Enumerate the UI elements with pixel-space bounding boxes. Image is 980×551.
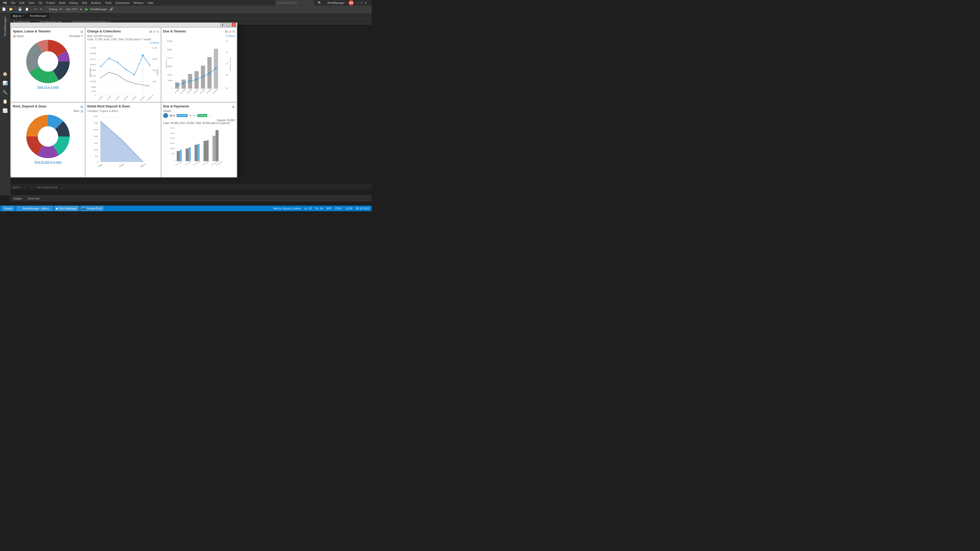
payments-chart-svg: 76,800 68,267 51,200 42,667 25,600 8,533… <box>163 125 235 166</box>
menu-extensions[interactable]: Extensions <box>114 0 131 6</box>
panel-rent-header: Rent, Deposit & Dues ⚙ <box>13 104 83 109</box>
charge-info-2: Cash: 77,000, Kind: 2,000, Total: 79,000… <box>87 38 159 41</box>
tab-app-cs[interactable]: App.cs ✕ <box>10 13 27 19</box>
search-input[interactable] <box>275 0 313 5</box>
svg-text:Collections: Collections <box>89 67 91 77</box>
due-close-icon[interactable]: ✕ <box>229 30 231 34</box>
taskbar-item-rent[interactable]: ▶ Rent Manager <box>55 206 79 211</box>
menu-window[interactable]: Window <box>131 0 145 6</box>
charge-close-icon[interactable]: ✕ <box>153 30 156 34</box>
spc-status: SPC <box>326 207 332 210</box>
svg-text:20,667: 20,667 <box>90 64 96 66</box>
maximize-button[interactable]: □ <box>360 1 363 5</box>
menu-file[interactable]: File <box>9 0 18 6</box>
rent-manager-label[interactable]: RentManager <box>3 14 8 38</box>
crlf-status[interactable]: CRLF <box>335 207 342 210</box>
tab-app-cs-close[interactable]: ✕ <box>22 14 24 17</box>
panel-payments-title: Due & Payments <box>163 104 189 108</box>
space-total-label[interactable]: Total 13 in 4 plots <box>37 86 59 89</box>
rent-total-label[interactable]: Total 94,500 in 4 plots <box>34 160 62 164</box>
panel-payments-controls: ⚙ <box>232 105 235 109</box>
detail-subtitle: 3 tenants, 3 space in Africa <box>87 110 159 113</box>
svg-text:Number of Tenants: Number of Tenants <box>230 58 231 71</box>
payments-settings-icon[interactable]: ⚙ <box>232 105 235 109</box>
close-button[interactable]: ✕ <box>364 1 368 5</box>
toolbar: 📄 📁 💾 📋 ↩ ↪ Debug Any CPU ▶ RentManager … <box>0 6 372 13</box>
dash-download-button[interactable]: ⬇ <box>220 23 225 27</box>
svg-rect-105 <box>204 141 207 161</box>
due-refresh-icon[interactable]: ↻ <box>232 30 235 33</box>
panel-payments-header: Due & Payments ⚙ <box>163 104 235 109</box>
menu-help[interactable]: Help <box>145 0 156 6</box>
svg-rect-102 <box>189 147 191 161</box>
panel-charge-controls: All ✕ ↻ <box>149 30 159 34</box>
save-button[interactable]: 💾 <box>17 6 23 12</box>
menu-analyze[interactable]: Analyze <box>89 0 103 6</box>
new-file-button[interactable]: 📄 <box>1 6 7 12</box>
zoom-level[interactable]: 110 % <box>12 186 20 189</box>
tenant-select-icon[interactable]: 👁 <box>193 114 196 117</box>
menu-debug[interactable]: Debug <box>67 0 80 6</box>
svg-text:02-2021: 02-2021 <box>193 88 199 94</box>
add-source-control[interactable]: Add to Source Control <box>273 207 301 210</box>
svg-text:24,111: 24,111 <box>90 58 96 60</box>
sidebar-icon-5[interactable]: 📈 <box>1 106 9 115</box>
svg-text:02-2021: 02-2021 <box>123 95 128 100</box>
svg-rect-107 <box>213 136 216 161</box>
dash-close-button[interactable]: ✕ <box>231 23 236 27</box>
svg-text:25,600: 25,600 <box>170 148 175 149</box>
menu-view[interactable]: View <box>26 0 37 6</box>
svg-text:21,100: 21,100 <box>152 47 158 49</box>
svg-text:76,800: 76,800 <box>170 127 175 129</box>
attach-button[interactable]: 🔗 <box>108 6 115 12</box>
undo-button[interactable]: ↩ <box>33 6 38 12</box>
header-right: 🔍 RentManager EH ─ □ ✕ <box>275 0 371 5</box>
menu-build[interactable]: Build <box>57 0 67 6</box>
svg-point-22 <box>134 75 135 76</box>
svg-text:0.9: 0.9 <box>226 74 228 76</box>
redo-button[interactable]: ↪ <box>39 6 43 12</box>
platform-dropdown[interactable]: Any CPU <box>64 6 83 12</box>
menu-git[interactable]: Git <box>37 0 44 6</box>
sidebar-icon-3[interactable]: 🔧 <box>1 88 9 97</box>
config-dropdown[interactable]: Debug <box>47 6 63 12</box>
tab-output[interactable]: Output <box>10 196 25 201</box>
toolbar-sep-1 <box>15 7 16 11</box>
sidebar-icon-4[interactable]: 📋 <box>1 97 9 106</box>
open-button[interactable]: 📁 <box>8 6 14 12</box>
charge-filter-badge: All <box>149 30 152 33</box>
panel-space-header: Space, Lease & Tenants ⚙ <box>13 29 83 34</box>
svg-text:04-2021: 04-2021 <box>206 88 212 94</box>
panel-rent-settings-icon[interactable]: ⚙ <box>80 105 83 109</box>
taskbar-item-screen[interactable]: 📷 ScreenToGif <box>81 206 104 211</box>
tenant-label: Tenant <box>163 110 235 113</box>
tenant-id-clear[interactable]: ✕ <box>189 114 192 118</box>
time-display: 12:59 <box>345 207 352 210</box>
save-all-button[interactable]: 📋 <box>24 6 30 12</box>
issues-chevron[interactable]: ⌄ <box>61 186 64 189</box>
dash-fullscreen-button[interactable]: ⛶ <box>226 23 231 27</box>
rent-legend-icon: 📊 <box>80 110 83 113</box>
menu-tools[interactable]: Tools <box>103 0 114 6</box>
menu-test[interactable]: Test <box>80 0 89 6</box>
panel-rent-controls: ⚙ <box>80 105 83 109</box>
due-chart-svg: 62,600 55,644 34,778 20,867 13,911 6,956… <box>163 38 235 94</box>
sidebar-icon-2[interactable]: 📊 <box>1 79 9 87</box>
taskbar-item-vs[interactable]: 🔷 RentManager - Micro... <box>16 206 52 211</box>
minimize-button[interactable]: ─ <box>356 1 360 5</box>
menu-edit[interactable]: Edit <box>18 0 26 6</box>
tab-error-list[interactable]: Error List <box>25 196 43 201</box>
panel-space-settings-icon[interactable]: ⚙ <box>80 30 83 34</box>
taskbar-vs-label: RentManager - Micro... <box>22 207 51 210</box>
tab-rentmanager[interactable]: RentManager <box>27 13 50 19</box>
due-location: in Africa <box>163 35 235 38</box>
charge-refresh-icon[interactable]: ↻ <box>157 30 159 33</box>
sidebar-icon-1[interactable]: 🏠 <box>1 70 9 78</box>
search-icon[interactable]: 🔍 <box>316 1 323 5</box>
svg-text:Outstanding: Outstanding <box>165 60 167 68</box>
svg-text:0: 0 <box>95 94 96 97</box>
svg-text:Kongo: Kongo <box>119 163 124 168</box>
run-button[interactable]: ▶ <box>84 6 89 11</box>
menu-project[interactable]: Project <box>44 0 57 6</box>
svg-text:34,778: 34,778 <box>167 57 172 59</box>
